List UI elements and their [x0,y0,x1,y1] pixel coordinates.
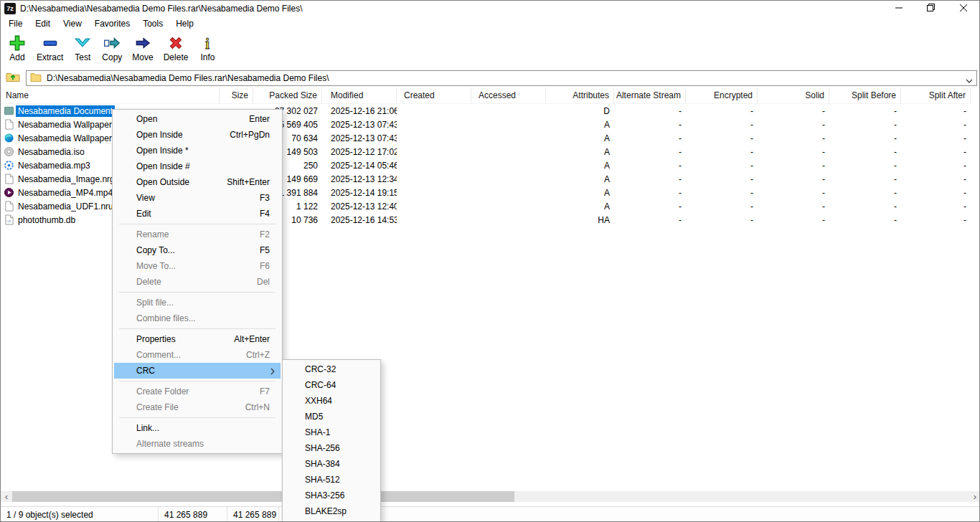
column-header-created[interactable]: Created [397,87,471,103]
chevron-down-icon[interactable] [966,76,973,86]
file-cell-modified: 2025-12-12 17:02 [322,145,397,158]
column-header-accessed[interactable]: Accessed [471,87,546,103]
file-cell-split-after: - [901,213,971,227]
column-header-label: Packed Size [269,90,317,100]
cell-value: - [750,147,753,157]
toolbar-info-button[interactable]: iInfo [193,33,222,63]
file-cell-attributes: A [546,172,614,186]
toolbar-add-button[interactable]: Add [3,33,32,63]
file-cell-created [397,131,471,145]
menubar-item-file[interactable]: File [2,16,29,32]
crc-submenu-item-crc-64[interactable]: CRC-64 [284,377,379,393]
folder-up-icon [6,70,20,85]
column-header-split-before[interactable]: Split Before [829,87,901,103]
crc-submenu-item-sha-512[interactable]: SHA-512 [284,472,379,488]
menu-item-label: SHA-256 [305,443,368,453]
toolbar-extract-button[interactable]: Extract [32,33,68,63]
crc-submenu-item-sha-384[interactable]: SHA-384 [284,456,379,472]
crc-submenu-item-xxh64[interactable]: XXH64 [284,393,379,409]
cell-value: A [604,201,610,212]
column-header-label: Modified [331,90,363,100]
file-cell-created [397,104,471,118]
close-button[interactable] [947,1,979,16]
file-name: Nesabamedia Document [16,105,115,117]
context-menu-item-open[interactable]: OpenEnter [114,111,281,127]
context-menu-item-open-inside[interactable]: Open Inside # [114,158,281,174]
cell-value: 2025-12-16 21:06 [331,106,397,116]
up-one-level-button[interactable] [3,70,23,86]
menu-item-shortcut: Del [257,277,270,287]
crc-submenu-item-sha-256[interactable]: SHA-256 [284,440,379,456]
cell-value: - [679,188,682,198]
context-menu-item-open-inside[interactable]: Open Inside * [114,143,281,158]
column-header-alternate-stream[interactable]: Alternate Stream [614,87,686,103]
toolbar-delete-button[interactable]: Delete [159,33,194,63]
cell-value: - [750,215,753,225]
cell-value: - [750,174,753,184]
column-header-split-after[interactable]: Split After [901,87,971,103]
context-menu-item-view[interactable]: ViewF3 [114,190,281,206]
cell-value: - [963,161,966,171]
crc-submenu-item-sha3-256[interactable]: SHA3-256 [284,488,379,503]
restore-icon [927,4,935,14]
file-cell-split-after: - [901,199,971,213]
file-cell-encrypted: - [686,118,758,131]
column-header-attributes[interactable]: Attributes [546,87,614,103]
cell-value: - [750,106,753,116]
cell-value: 70 634 [291,133,318,143]
file-cell-split-after: - [901,158,971,172]
app-icon-7zip: 7z [4,3,16,14]
toolbar-copy-button[interactable]: Copy [97,33,127,63]
restore-button[interactable] [915,1,947,16]
context-menu-item-link[interactable]: Link... [114,420,281,436]
cell-value: - [679,174,682,184]
menubar-item-edit[interactable]: Edit [29,16,57,32]
file-name: Nesabamedia.iso [16,146,87,158]
thumb-icon [4,214,14,225]
file-cell-solid: - [758,199,829,213]
menubar-item-favorites[interactable]: Favorites [88,16,136,32]
crc-submenu-item-blake2sp[interactable]: BLAKE2sp [284,503,379,519]
context-menu-item-crc[interactable]: CRC [114,363,281,379]
minimize-button[interactable] [882,1,915,16]
column-header-encrypted[interactable]: Encrypted [686,87,758,103]
context-menu-item-properties[interactable]: PropertiesAlt+Enter [114,331,281,347]
crc-submenu-item-crc-32[interactable]: CRC-32 [284,361,379,377]
menubar-item-tools[interactable]: Tools [136,16,169,32]
cell-value: - [894,120,897,130]
file-cell-split-before: - [829,213,901,227]
column-header-size[interactable]: Size [220,87,253,103]
file-cell-alternate-stream: - [614,158,686,172]
cell-value: 1 391 884 [280,188,318,198]
column-header-solid[interactable]: Solid [758,87,829,103]
toolbar-button-label: Add [9,52,24,62]
menu-item-label: Link... [136,423,257,433]
cell-value: - [822,201,825,212]
menu-item-label: Split file... [136,298,257,308]
context-menu-item-open-outside[interactable]: Open OutsideShift+Enter [114,174,281,190]
context-menu-item-open-inside[interactable]: Open InsideCtrl+PgDn [114,127,281,143]
column-header-packed-size[interactable]: Packed Size [253,87,322,103]
menubar-item-help[interactable]: Help [169,16,200,32]
column-header-name[interactable]: Name [1,87,220,103]
scroll-left-arrow-icon[interactable]: ‹ [1,491,12,502]
scroll-right-arrow-icon[interactable]: › [969,491,980,502]
file-cell-accessed [471,186,546,199]
column-header-modified[interactable]: Modified [322,87,397,103]
crc-submenu-item-sha-1[interactable]: SHA-1 [284,424,379,440]
context-menu-item-edit[interactable]: EditF4 [114,206,281,222]
menu-item-label: SHA3-256 [305,490,368,500]
cell-value: - [822,120,825,130]
crc-submenu-item-md5[interactable]: MD5 [284,409,379,424]
file-cell-accessed [471,104,546,118]
context-menu-item-copy-to[interactable]: Copy To...F5 [114,242,281,258]
column-header-label: Split After [929,90,966,100]
toolbar-test-button[interactable]: Test [68,33,97,63]
scrollbar-thumb[interactable] [12,491,514,502]
horizontal-scrollbar[interactable]: ‹ › [1,491,980,502]
file-name: Nesabamedia_Image.nrg [16,174,117,185]
toolbar-move-button[interactable]: Move [127,33,158,63]
minimize-icon [895,4,903,14]
menubar-item-view[interactable]: View [57,16,88,32]
address-combo[interactable]: D:\Nesabamedia\Nesabamedia Demo Files.ra… [26,70,977,86]
